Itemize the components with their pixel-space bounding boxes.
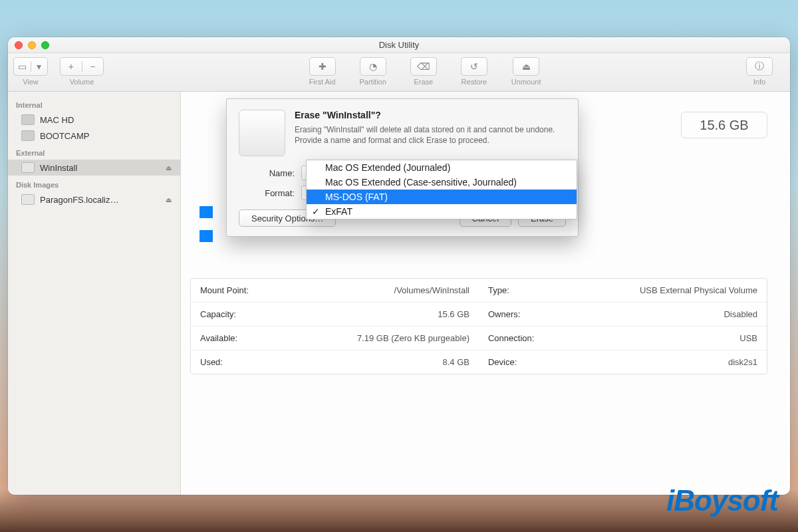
dialog-title: Erase "WinInstall"? bbox=[295, 110, 566, 120]
unmount-icon: ⏏ bbox=[522, 61, 531, 72]
info-key: Connection: bbox=[479, 327, 606, 350]
chevron-down-icon: ▾ bbox=[31, 61, 48, 72]
sidebar: Internal MAC HD BOOTCAMP External WinIns… bbox=[8, 92, 181, 495]
first-aid-button[interactable]: ✚ bbox=[309, 57, 336, 76]
name-label: Name: bbox=[239, 168, 301, 178]
sidebar-head-external: External bbox=[8, 144, 180, 160]
external-disk-icon bbox=[21, 162, 35, 173]
info-value: disk2s1 bbox=[606, 350, 767, 374]
toolbar-label: Volume bbox=[70, 78, 94, 86]
sidebar-item-label: ParagonFS.localiz… bbox=[40, 195, 119, 205]
erase-button[interactable]: ⌫ bbox=[410, 57, 437, 76]
sidebar-item-label: BOOTCAMP bbox=[40, 131, 89, 141]
info-value: 15.6 GB bbox=[318, 303, 479, 327]
partition-strip bbox=[200, 230, 213, 242]
volume-info-table: Mount Point:/Volumes/WinInstallType:USB … bbox=[190, 278, 767, 374]
info-key: Owners: bbox=[479, 303, 606, 327]
toolbar-label: Restore bbox=[462, 78, 487, 86]
format-label: Format: bbox=[239, 188, 301, 198]
disk-icon bbox=[21, 130, 35, 141]
toolbar-label: Partition bbox=[360, 78, 386, 86]
dialog-description: Erasing "WinInstall" will delete all dat… bbox=[295, 124, 566, 146]
toolbar-label: Unmount bbox=[511, 78, 541, 86]
partition-button[interactable]: ◔ bbox=[360, 57, 386, 76]
eject-icon[interactable]: ⏏ bbox=[164, 164, 172, 172]
format-option-macos-case-journaled[interactable]: Mac OS Extended (Case-sensitive, Journal… bbox=[307, 175, 577, 190]
disk-image-icon bbox=[21, 194, 35, 205]
toolbar-label: Info bbox=[753, 78, 765, 86]
format-dropdown: Mac OS Extended (Journaled) Mac OS Exten… bbox=[306, 160, 577, 219]
sidebar-item-machd[interactable]: MAC HD bbox=[8, 112, 180, 128]
format-option-macos-journaled[interactable]: Mac OS Extended (Journaled) bbox=[307, 160, 577, 175]
toolbar: ▭▾ View +− Volume ✚First Aid ◔Partition … bbox=[8, 53, 790, 92]
sidebar-head-internal: Internal bbox=[8, 96, 180, 112]
option-label: ExFAT bbox=[325, 206, 352, 217]
info-value: Disabled bbox=[606, 303, 767, 327]
sidebar-item-label: WinInstall bbox=[40, 163, 77, 173]
check-icon: ✓ bbox=[312, 206, 320, 217]
view-button[interactable]: ▭▾ bbox=[13, 57, 48, 76]
info-button[interactable]: ⓘ bbox=[746, 57, 773, 76]
info-key: Type: bbox=[479, 279, 606, 303]
restore-icon: ↺ bbox=[470, 61, 478, 72]
sidebar-item-bootcamp[interactable]: BOOTCAMP bbox=[8, 128, 180, 144]
plus-icon: + bbox=[61, 61, 82, 72]
sidebar-item-label: MAC HD bbox=[40, 115, 74, 125]
sidebar-layout-icon: ▭ bbox=[14, 61, 31, 72]
info-value: 7.19 GB (Zero KB purgeable) bbox=[318, 327, 479, 350]
info-key: Mount Point: bbox=[191, 279, 318, 303]
format-option-exfat[interactable]: ✓ExFAT bbox=[307, 204, 577, 219]
window-title: Disk Utility bbox=[8, 40, 790, 50]
watermark-logo: iBoysoft bbox=[666, 484, 778, 517]
unmount-button[interactable]: ⏏ bbox=[513, 57, 539, 76]
first-aid-icon: ✚ bbox=[319, 61, 327, 72]
format-option-msdos-fat[interactable]: MS-DOS (FAT) bbox=[307, 190, 577, 204]
info-icon: ⓘ bbox=[755, 61, 764, 72]
toolbar-label: First Aid bbox=[309, 78, 336, 86]
drive-icon bbox=[239, 110, 285, 156]
titlebar: Disk Utility bbox=[8, 37, 790, 53]
volume-size: 15.6 GB bbox=[681, 112, 767, 138]
sidebar-item-paragonfs[interactable]: ParagonFS.localiz…⏏ bbox=[8, 192, 180, 207]
restore-button[interactable]: ↺ bbox=[461, 57, 487, 76]
info-key: Capacity: bbox=[191, 303, 318, 327]
info-value: /Volumes/WinInstall bbox=[318, 279, 479, 303]
toolbar-label: View bbox=[23, 78, 39, 86]
toolbar-label: Erase bbox=[414, 78, 433, 86]
volume-button[interactable]: +− bbox=[60, 57, 104, 76]
partition-strip bbox=[200, 206, 213, 218]
sidebar-head-diskimages: Disk Images bbox=[8, 176, 180, 192]
info-key: Available: bbox=[191, 327, 318, 350]
minus-icon: − bbox=[82, 61, 104, 72]
eject-icon[interactable]: ⏏ bbox=[164, 196, 172, 203]
info-key: Used: bbox=[191, 350, 318, 374]
info-value: 8.4 GB bbox=[318, 350, 479, 374]
info-value: USB External Physical Volume bbox=[606, 279, 767, 303]
info-key: Device: bbox=[479, 350, 606, 374]
erase-icon: ⌫ bbox=[417, 61, 430, 72]
info-value: USB bbox=[606, 327, 767, 350]
partition-icon: ◔ bbox=[369, 61, 377, 72]
disk-icon bbox=[21, 114, 35, 125]
sidebar-item-wininstall[interactable]: WinInstall⏏ bbox=[8, 160, 180, 176]
